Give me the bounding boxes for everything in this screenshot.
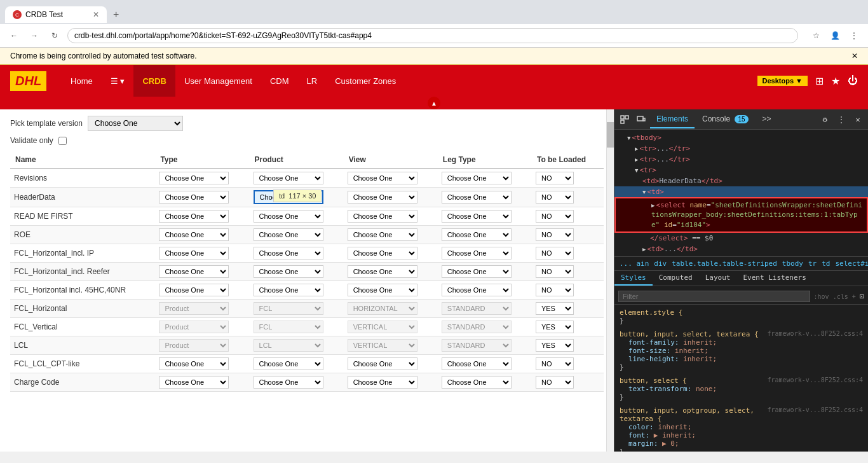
dom-td-end[interactable]: ▶<td>...</td> xyxy=(614,244,868,254)
leg-type-select[interactable]: Choose One xyxy=(442,357,512,370)
star-icon[interactable]: ★ xyxy=(831,75,840,87)
type-select[interactable]: Choose One xyxy=(159,247,229,259)
pick-template-select[interactable]: Choose One v1 v2 xyxy=(88,116,183,131)
view-select[interactable]: Choose One xyxy=(348,191,417,204)
to-be-loaded-select[interactable]: NO xyxy=(536,265,574,278)
leg-type-select[interactable]: Choose One xyxy=(442,228,512,241)
to-be-loaded-select[interactable]: NO xyxy=(536,228,574,241)
dom-tr-1[interactable]: ▶<tr>...</tr> xyxy=(614,143,868,154)
type-select[interactable]: Choose One xyxy=(159,357,229,370)
product-select[interactable]: FCL xyxy=(254,302,323,315)
product-select[interactable]: Choose One xyxy=(254,210,323,223)
power-icon[interactable]: ⏻ xyxy=(848,75,858,86)
reload-button[interactable]: ↻ xyxy=(47,28,62,43)
type-select[interactable]: Choose One xyxy=(159,210,229,223)
to-be-loaded-select[interactable]: YES xyxy=(536,321,574,333)
dom-tr-3[interactable]: ▼<tr> xyxy=(614,165,868,176)
to-be-loaded-select[interactable]: NO xyxy=(536,172,574,184)
scrollbar[interactable] xyxy=(606,109,614,452)
console-tab[interactable]: Console 15 xyxy=(696,111,755,128)
address-bar[interactable] xyxy=(67,28,798,43)
forward-button[interactable]: → xyxy=(27,28,42,43)
view-select[interactable]: VERTICAL xyxy=(348,339,417,352)
back-button[interactable]: ← xyxy=(6,28,22,43)
more-tabs[interactable]: >> xyxy=(756,111,778,128)
to-be-loaded-select[interactable]: NO xyxy=(536,357,574,370)
product-select[interactable]: Choose One xyxy=(254,190,323,204)
automation-close[interactable]: ✕ xyxy=(851,52,858,60)
to-be-loaded-select[interactable]: YES xyxy=(536,339,574,352)
type-select[interactable]: Choose One xyxy=(159,284,229,296)
desktops-badge[interactable]: Desktops ▼ xyxy=(757,76,808,86)
type-select[interactable]: Choose One xyxy=(159,265,229,278)
view-select[interactable]: Choose One xyxy=(348,284,417,296)
nav-cdm[interactable]: CDM xyxy=(261,65,298,97)
to-be-loaded-select[interactable]: NO xyxy=(536,210,574,223)
view-select[interactable]: Choose One xyxy=(348,247,417,259)
product-select[interactable]: Choose One xyxy=(254,357,323,370)
nav-customer-zones[interactable]: Customer Zones xyxy=(326,65,405,97)
leg-type-select[interactable]: Choose One xyxy=(442,191,512,204)
product-select[interactable]: Choose One xyxy=(254,284,323,296)
type-select[interactable]: Product xyxy=(159,302,229,315)
view-select[interactable]: Choose One xyxy=(348,228,417,241)
leg-type-select[interactable]: Choose One xyxy=(442,210,512,223)
nav-lr[interactable]: LR xyxy=(298,65,327,97)
leg-type-select[interactable]: STANDARD xyxy=(442,321,512,333)
user-button[interactable]: 👤 xyxy=(827,28,843,43)
elements-tab[interactable]: Elements xyxy=(650,111,695,128)
settings-icon[interactable]: ⚙ xyxy=(817,112,832,127)
nav-dropdown-btn[interactable]: ☰ ▾ xyxy=(102,65,134,97)
type-select[interactable]: Choose One xyxy=(159,191,229,204)
to-be-loaded-select[interactable]: NO xyxy=(536,284,574,296)
view-select[interactable]: Choose One xyxy=(348,357,417,370)
dom-td-selected[interactable]: ▼<td> xyxy=(614,186,868,197)
to-be-loaded-select[interactable]: YES xyxy=(536,302,574,315)
breadcrumb-table[interactable]: table.table.table-striped xyxy=(672,259,777,268)
computed-tab[interactable]: Computed xyxy=(653,271,699,286)
dom-tbody[interactable]: ▼<tbody> xyxy=(614,132,868,143)
styles-tab[interactable]: Styles xyxy=(614,271,653,286)
to-be-loaded-select[interactable]: NO xyxy=(536,191,574,204)
view-select[interactable]: Choose One xyxy=(348,265,417,278)
devtools-more-icon[interactable]: ⋮ xyxy=(834,112,849,127)
breadcrumb-td[interactable]: td xyxy=(822,259,830,268)
new-tab-button[interactable]: + xyxy=(107,5,125,24)
nav-user-management[interactable]: User Management xyxy=(175,65,261,97)
dom-select-element[interactable]: ▶<select name="sheetDefinitionsWrapper:s… xyxy=(614,197,868,233)
leg-type-select[interactable]: Choose One xyxy=(442,247,512,259)
dom-tr-2[interactable]: ▶<tr>...</tr> xyxy=(614,154,868,165)
filter-input[interactable] xyxy=(618,291,810,302)
layout-icon[interactable]: ⊡ xyxy=(860,292,864,301)
responsive-icon[interactable] xyxy=(634,112,649,127)
active-tab[interactable]: C CRDB Test ✕ xyxy=(5,6,107,23)
close-devtools-icon[interactable]: ✕ xyxy=(850,112,865,127)
leg-type-select[interactable]: STANDARD xyxy=(442,339,512,352)
view-select[interactable]: Choose One xyxy=(348,172,417,184)
bookmark-button[interactable]: ☆ xyxy=(808,28,824,43)
breadcrumb-select[interactable]: select#id104 ... xyxy=(835,259,868,268)
nav-crdb[interactable]: CRDB xyxy=(133,65,175,97)
breadcrumb-tr[interactable]: tr xyxy=(808,259,817,268)
type-select[interactable]: Product xyxy=(159,321,229,333)
leg-type-select[interactable]: Choose One xyxy=(442,265,512,278)
nav-home[interactable]: Home xyxy=(62,65,102,97)
leg-type-select[interactable]: Choose One xyxy=(442,376,512,389)
menu-button[interactable]: ⋮ xyxy=(846,28,862,43)
type-select[interactable]: Choose One xyxy=(159,172,229,184)
dom-select-close[interactable]: </select> == $0 xyxy=(614,233,868,244)
product-select[interactable]: Choose One xyxy=(254,247,323,259)
breadcrumb-tbody[interactable]: tbody xyxy=(782,259,803,268)
product-select[interactable]: Choose One xyxy=(254,228,323,241)
product-select[interactable]: LCL xyxy=(254,339,323,352)
breadcrumb-ain[interactable]: ... ain xyxy=(620,259,649,268)
product-select[interactable]: Choose One xyxy=(254,172,323,184)
view-select[interactable]: Choose One xyxy=(348,210,417,223)
leg-type-select[interactable]: Choose One xyxy=(442,172,512,184)
scroll-thumb[interactable] xyxy=(607,122,614,148)
type-select[interactable]: Choose One xyxy=(159,228,229,241)
view-select[interactable]: VERTICAL xyxy=(348,321,417,333)
breadcrumb-div[interactable]: div xyxy=(654,259,667,268)
type-select[interactable]: Product xyxy=(159,339,229,352)
type-select[interactable]: Choose One xyxy=(159,376,229,389)
